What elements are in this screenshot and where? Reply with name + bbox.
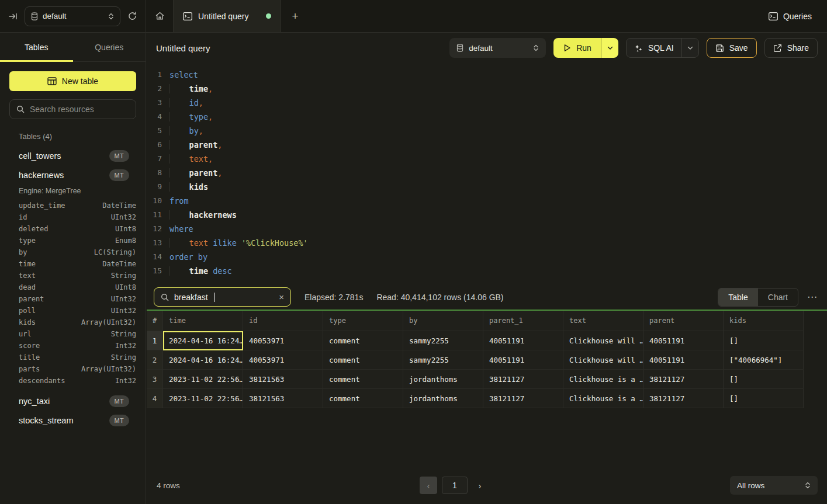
table-cell[interactable]: sammy2255 <box>403 331 483 350</box>
column-definition[interactable]: partsArray(UInt32) <box>19 363 136 375</box>
table-cell[interactable]: comment <box>323 389 403 408</box>
table-cell[interactable]: Clickhouse will … <box>563 331 643 350</box>
table-item-cell-towers[interactable]: cell_towers MT <box>0 146 146 165</box>
column-definition[interactable]: kidsArray(UInt32) <box>19 317 136 328</box>
table-cell[interactable]: comment <box>323 370 403 389</box>
table-cell[interactable]: 2023-11-02 22:56… <box>163 389 243 408</box>
column-definition[interactable]: scoreInt32 <box>19 340 136 352</box>
table-cell[interactable]: 2024-04-16 16:24… <box>163 331 243 350</box>
row-number-header[interactable]: # <box>147 311 163 331</box>
more-options-icon[interactable]: ⋯ <box>805 291 820 303</box>
elapsed-stat: Elapsed: 2.781s <box>304 293 363 302</box>
sql-ai-options-button[interactable] <box>681 39 698 57</box>
column-definition[interactable]: parentUInt32 <box>19 293 136 305</box>
column-header-by[interactable]: by <box>403 311 483 331</box>
column-definition[interactable]: idUInt32 <box>19 211 136 223</box>
column-header-parent[interactable]: parent <box>643 311 724 331</box>
table-cell[interactable]: 40051191 <box>643 331 724 350</box>
table-cell[interactable]: 40051191 <box>483 350 563 370</box>
clickhouse-query-app: default Untitled query <box>0 0 827 504</box>
table-cell[interactable]: 38121563 <box>243 370 323 389</box>
table-cell[interactable]: 40053971 <box>243 350 323 370</box>
table-cell[interactable]: [] <box>724 389 804 408</box>
sidebar-tab-tables[interactable]: Tables <box>0 33 73 61</box>
table-cell[interactable]: 2023-11-02 22:56… <box>163 370 243 389</box>
column-definition[interactable]: timeDateTime <box>19 258 136 270</box>
line-number: 3 <box>147 96 162 110</box>
table-cell[interactable]: 38121127 <box>483 370 563 389</box>
column-definition[interactable]: deletedUInt8 <box>19 223 136 235</box>
home-tab[interactable] <box>146 0 174 32</box>
table-item-stocks-stream[interactable]: stocks_stream MT <box>0 411 146 430</box>
table-cell[interactable]: sammy2255 <box>403 350 483 370</box>
table-cell[interactable]: Clickhouse will … <box>563 350 643 370</box>
sql-ai-button[interactable]: SQL AI <box>627 39 681 57</box>
run-options-button[interactable] <box>601 38 618 58</box>
row-number-cell[interactable]: 4 <box>147 389 163 408</box>
new-table-button[interactable]: New table <box>9 71 136 91</box>
save-button[interactable]: Save <box>707 38 757 58</box>
table-cell[interactable]: Clickhouse is a … <box>563 389 643 408</box>
table-cell[interactable]: 2024-04-16 16:24… <box>163 350 243 370</box>
sidebar-tab-tables-label: Tables <box>25 43 48 52</box>
row-number-cell[interactable]: 2 <box>147 350 163 370</box>
column-header-text[interactable]: text <box>563 311 643 331</box>
resource-search-input[interactable]: Search resources <box>9 99 136 119</box>
column-definition[interactable]: typeEnum8 <box>19 235 136 246</box>
new-tab-button[interactable]: + <box>281 0 309 32</box>
table-cell[interactable]: 38121127 <box>643 370 724 389</box>
current-page-button[interactable]: 1 <box>442 477 468 494</box>
table-cell[interactable]: [] <box>724 370 804 389</box>
column-definition[interactable]: descendantsInt32 <box>19 375 136 387</box>
database-selector[interactable]: default <box>449 38 546 58</box>
results-search-input[interactable]: breakfast × <box>154 287 291 307</box>
row-number-cell[interactable]: 1 <box>147 331 163 350</box>
queries-button[interactable]: Queries <box>769 12 812 21</box>
table-cell[interactable]: 40051191 <box>483 331 563 350</box>
column-type: Array(UInt32) <box>81 365 136 373</box>
column-header-time[interactable]: time <box>163 311 243 331</box>
table-item-nyc-taxi[interactable]: nyc_taxi MT <box>0 391 146 411</box>
column-definition[interactable]: titleString <box>19 352 136 363</box>
share-button[interactable]: Share <box>764 38 818 58</box>
view-toggle-chart[interactable]: Chart <box>758 289 798 306</box>
clear-search-icon[interactable]: × <box>279 292 284 302</box>
next-page-button[interactable]: › <box>472 477 487 494</box>
table-cell[interactable]: comment <box>323 331 403 350</box>
sidebar-tab-queries[interactable]: Queries <box>73 33 146 61</box>
table-cell[interactable]: jordanthoms <box>403 370 483 389</box>
collapse-sidebar-icon[interactable] <box>8 12 18 21</box>
table-cell[interactable]: 38121563 <box>243 389 323 408</box>
table-item-hackernews[interactable]: hackernews MT <box>0 165 146 185</box>
table-cell[interactable]: 38121127 <box>483 389 563 408</box>
table-cell[interactable]: ["40066964"] <box>724 350 804 370</box>
previous-page-button[interactable]: ‹ <box>420 477 437 494</box>
column-header-parent_1[interactable]: parent_1 <box>483 311 563 331</box>
column-definition[interactable]: deadUInt8 <box>19 281 136 293</box>
column-definition[interactable]: urlString <box>19 328 136 340</box>
sql-editor[interactable]: 1select2 time,3 id,4 type,5 by,6 parent,… <box>147 62 827 284</box>
column-type: Int32 <box>115 342 136 350</box>
column-definition[interactable]: pollUInt32 <box>19 305 136 317</box>
column-header-id[interactable]: id <box>243 311 323 331</box>
column-definition[interactable]: textString <box>19 270 136 281</box>
page-size-selector[interactable]: All rows <box>730 476 818 495</box>
row-number-cell[interactable]: 3 <box>147 370 163 389</box>
database-selector[interactable]: default <box>25 6 120 26</box>
tab-untitled-query[interactable]: Untitled query <box>174 0 281 32</box>
column-header-type[interactable]: type <box>323 311 403 331</box>
column-header-kids[interactable]: kids <box>724 311 804 331</box>
table-cell[interactable]: 40051191 <box>643 350 724 370</box>
table-cell[interactable]: [] <box>724 331 804 350</box>
column-definition[interactable]: update_timeDateTime <box>19 200 136 211</box>
run-button[interactable]: Run <box>553 38 601 58</box>
refresh-icon[interactable] <box>127 11 137 21</box>
table-cell[interactable]: Clickhouse is a … <box>563 370 643 389</box>
table-cell[interactable]: 38121127 <box>643 389 724 408</box>
table-cell[interactable]: jordanthoms <box>403 389 483 408</box>
search-icon <box>16 105 25 113</box>
table-cell[interactable]: comment <box>323 350 403 370</box>
column-definition[interactable]: byLC(String) <box>19 246 136 258</box>
view-toggle-table[interactable]: Table <box>718 289 757 306</box>
table-cell[interactable]: 40053971 <box>243 331 323 350</box>
